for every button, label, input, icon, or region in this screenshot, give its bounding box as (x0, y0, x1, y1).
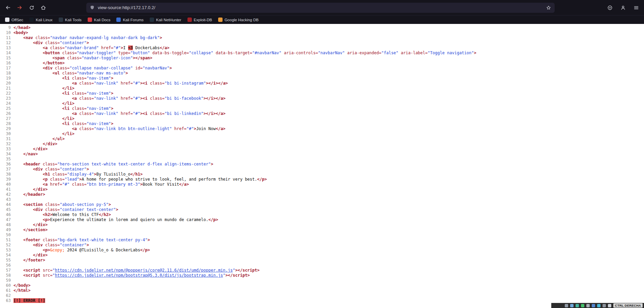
source-token: </p> (257, 177, 267, 182)
line-number: 10 (1, 30, 11, 35)
reload-icon (29, 5, 34, 10)
bookmark-item[interactable]: Kali Forums (113, 17, 146, 23)
source-token: class= (33, 35, 50, 40)
source-token: <script (23, 273, 40, 278)
source-token: </li> (62, 116, 75, 121)
line-number: 46 (1, 212, 11, 217)
line-number: 19 (1, 76, 11, 81)
source-token: href= (99, 45, 113, 50)
optical-disc-icon[interactable] (570, 304, 574, 307)
source-token: ><i (140, 96, 148, 101)
line-number: 9 (1, 25, 11, 30)
source-token: > (116, 207, 118, 212)
bookmark-item[interactable]: Kali Linux (26, 17, 56, 23)
line-code: </div> (13, 253, 48, 257)
source-token: "lead" (65, 177, 79, 182)
bookmark-item[interactable]: Kali Docs (85, 17, 114, 23)
keyboard-icon[interactable] (608, 304, 611, 307)
source-line: 23 <a class="nav-link" href="#"><i class… (1, 96, 644, 101)
bookmark-item[interactable]: Kali NetHunter (147, 17, 184, 23)
source-link[interactable]: https://cdn.jsdelivr.net/npm/@popperjs/c… (55, 268, 233, 273)
audio-icon[interactable] (576, 304, 579, 307)
source-token: <a (72, 96, 77, 101)
source-token: "nav-link btn btn-outline-light" (94, 126, 172, 131)
url-text[interactable]: view-source:http://172.17.0.2/ (98, 5, 546, 10)
source-token (13, 243, 33, 247)
source-token: class= (53, 66, 70, 70)
source-token: class= (65, 56, 82, 60)
bookmark-star-icon[interactable] (546, 5, 551, 10)
source-line: 43 (1, 197, 644, 202)
line-code: <p class="lead">A home for people who st… (13, 177, 267, 182)
account-button[interactable] (618, 2, 628, 13)
bookmark-item[interactable]: OffSec (2, 17, 26, 23)
source-token (13, 253, 33, 257)
shield-icon[interactable] (90, 5, 95, 10)
source-line: 21 </li> (1, 86, 644, 91)
line-number: 63 (1, 298, 11, 303)
bookmark-item[interactable]: Exploit-DB (184, 17, 215, 23)
line-number: 21 (1, 86, 11, 91)
source-token (13, 142, 43, 146)
recording-icon[interactable] (603, 304, 606, 307)
source-token: <li (62, 106, 70, 111)
source-token: type= (116, 51, 130, 55)
source-token: "nav-item" (87, 106, 111, 111)
pocket-button[interactable] (605, 2, 615, 13)
back-button[interactable] (3, 2, 13, 13)
home-button[interactable] (38, 2, 49, 13)
hdd-icon[interactable] (565, 304, 568, 307)
source-token (13, 40, 33, 45)
usb-icon[interactable] (586, 304, 590, 307)
line-code: </ul> (13, 136, 65, 141)
source-token: class= (147, 96, 165, 101)
source-token: [!] ERROR [!] (13, 298, 45, 303)
line-number: 37 (1, 167, 11, 172)
line-code: <a href="#" class="btn btn-primary mt-3"… (13, 182, 189, 187)
source-token: </html> (13, 288, 31, 293)
source-token (13, 71, 53, 75)
source-token: <div (33, 207, 43, 212)
display-icon[interactable] (597, 304, 601, 307)
line-code: </li> (13, 131, 75, 136)
source-token: <p> (43, 248, 50, 252)
source-token (13, 147, 33, 151)
source-token: </li> (62, 86, 75, 91)
source-token: </div> (43, 142, 57, 146)
source-token: "Toggle navigation" (428, 51, 474, 55)
source-line: 28 <li class="nav-item"> (1, 121, 644, 126)
bookmark-item[interactable]: Kali Tools (56, 17, 85, 23)
line-number: 47 (1, 217, 11, 222)
url-bar[interactable]: view-source:http://172.17.0.2/ (86, 3, 555, 13)
reload-button[interactable] (26, 2, 37, 13)
source-token: "nav-link" (94, 111, 118, 116)
line-number: 25 (1, 106, 11, 111)
source-token: "container" (60, 243, 86, 247)
source-token: "collapse navbar-collapse" (69, 66, 133, 70)
source-token: "container" (60, 167, 86, 172)
line-code: </button> (13, 61, 65, 65)
forward-button[interactable] (14, 2, 25, 13)
source-link[interactable]: https://cdn.jsdelivr.net/npm/bootstrap@5… (55, 273, 223, 278)
source-line: 11 <nav class="navbar navbar-expand-lg n… (1, 35, 644, 40)
account-icon (620, 5, 626, 10)
line-number: 18 (1, 71, 11, 76)
source-token (13, 126, 72, 131)
shared-folder-icon[interactable] (592, 304, 595, 307)
source-token: > (211, 162, 213, 166)
source-token: class= (43, 243, 60, 247)
source-token: " (53, 268, 55, 273)
source-token: <a (72, 126, 77, 131)
source-token (13, 217, 43, 222)
network-icon[interactable] (581, 304, 584, 307)
source-token: </a> (160, 45, 170, 50)
source-line: 31 </ul> (1, 136, 644, 142)
source-token: </nav> (23, 152, 38, 156)
source-token: "bi bi-instagram" (165, 81, 206, 86)
line-number: 54 (1, 253, 11, 258)
vm-status-bar: CTRL DERECHA (551, 303, 644, 308)
bookmark-item[interactable]: Google Hacking DB (215, 17, 262, 23)
menu-button[interactable] (631, 2, 641, 13)
source-token (13, 182, 43, 187)
source-line: 29 <a class="nav-link btn btn-outline-li… (1, 126, 644, 131)
